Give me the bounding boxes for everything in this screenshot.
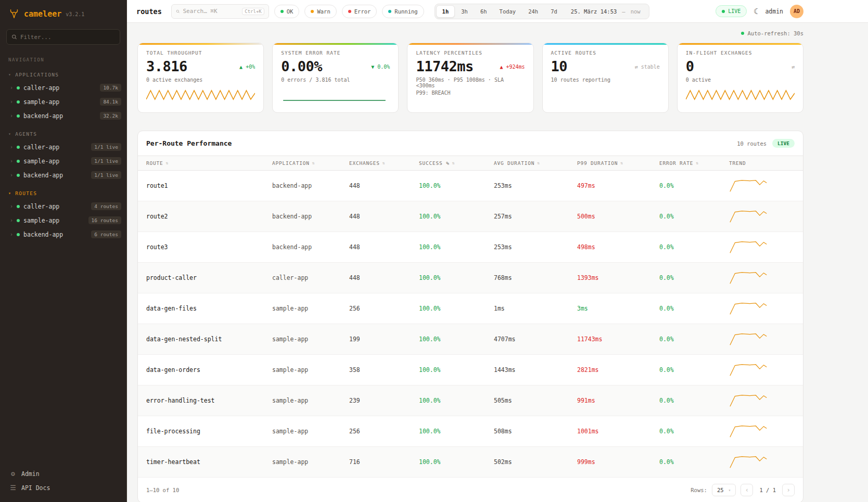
status-dot (17, 114, 20, 118)
stat-cards: TOTAL THROUGHPUT 3.816 ▲ +0% 0 active ex… (137, 43, 803, 113)
trend-sparkline (729, 271, 769, 285)
filter-pill-running[interactable]: Running (382, 5, 424, 18)
cell-application: backend-app (264, 236, 341, 259)
section-header-routes[interactable]: ▾ ROUTES (0, 188, 126, 199)
card-subtext: 10 routes reporting (551, 77, 660, 83)
sidebar-section-routes: ▾ ROUTES › caller-app 4 routes › sample-… (0, 188, 126, 241)
time-range-6h[interactable]: 6h (474, 5, 493, 18)
sidebar-item-agent-caller-app[interactable]: › caller-app 1/1 live (0, 140, 126, 154)
sidebar-item-app-caller-app[interactable]: › caller-app 10.7k (0, 81, 126, 95)
sidebar-item-route-backend-app[interactable]: › backend-app 6 routes (0, 227, 126, 241)
card-subtext: 0 active (686, 77, 795, 83)
time-range-1h[interactable]: 1h (436, 5, 455, 18)
section-header-applications[interactable]: ▾ APPLICATIONS (0, 70, 126, 81)
sidebar-item-app-backend-app[interactable]: › backend-app 32.2k (0, 109, 126, 123)
time-range-today[interactable]: Today (493, 5, 522, 18)
delta-text: +0% (246, 64, 255, 70)
warn-status-dot (311, 10, 314, 13)
table-header-row: ROUTE⇅ APPLICATION⇅ EXCHANGES⇅ SUCCESS %… (138, 156, 803, 171)
cell-avg-duration: 1ms (486, 297, 569, 320)
sidebar-item-route-caller-app[interactable]: › caller-app 4 routes (0, 199, 126, 213)
per-route-panel: Per-Route Performance 10 routes LIVE ROU… (137, 131, 803, 502)
column-header-success[interactable]: SUCCESS %⇅ (411, 156, 486, 170)
filter-pill-warn[interactable]: Warn (304, 5, 336, 18)
table-body: route1 backend-app 448 100.0% 253ms 497m… (138, 171, 803, 478)
sidebar-filter[interactable] (6, 29, 120, 45)
cell-route: product-caller (138, 266, 264, 289)
time-range-3h[interactable]: 3h (455, 5, 474, 18)
chevron-right-icon: › (10, 231, 13, 237)
cameleer-logo-icon (8, 8, 20, 20)
sidebar-filter-input[interactable] (20, 34, 115, 41)
column-header-p99-duration[interactable]: P99 DURATION⇅ (569, 156, 651, 170)
caret-down-icon: ▾ (8, 72, 11, 77)
time-range-7d[interactable]: 7d (544, 5, 564, 18)
cell-exchanges: 256 (341, 420, 411, 443)
table-row-error-handling-test[interactable]: error-handling-test sample-app 239 100.0… (138, 385, 803, 416)
cell-route: route1 (138, 174, 264, 197)
search-input[interactable] (183, 8, 239, 15)
cell-p99-duration: 991ms (569, 389, 651, 412)
cell-avg-duration: 502ms (486, 450, 569, 473)
filter-label: Running (394, 8, 417, 15)
table-row-product-caller[interactable]: product-caller caller-app 448 100.0% 768… (138, 263, 803, 293)
column-header-avg-duration[interactable]: AVG DURATION⇅ (486, 156, 569, 170)
filter-pill-ok[interactable]: OK (274, 5, 300, 18)
card-subtext-2: P99: BREACH (416, 90, 525, 96)
search-box[interactable]: Ctrl+K (171, 4, 269, 19)
cell-error-rate: 0.0% (651, 236, 721, 259)
table-row-timer-heartbeat[interactable]: timer-heartbeat sample-app 716 100.0% 50… (138, 447, 803, 478)
item-label: caller-app (23, 144, 87, 151)
date-to: now (631, 8, 641, 15)
cell-error-rate: 0.0% (651, 174, 721, 197)
sidebar-item-agent-sample-app[interactable]: › sample-app 1/1 live (0, 154, 126, 168)
column-header-application[interactable]: APPLICATION⇅ (264, 156, 341, 170)
date-separator: — (622, 8, 625, 15)
card-title: ACTIVE ROUTES (551, 50, 660, 56)
next-page-button[interactable]: › (782, 484, 795, 496)
avatar[interactable]: AD (790, 5, 803, 18)
card-active-routes: ACTIVE ROUTES 10 ⇄ stable 10 routes repo… (542, 43, 669, 113)
sidebar-item-agent-backend-app[interactable]: › backend-app 1/1 live (0, 168, 126, 182)
column-header-trend: TREND (721, 156, 803, 170)
sidebar-item-app-sample-app[interactable]: › sample-app 84.1k (0, 95, 126, 109)
column-header-exchanges[interactable]: EXCHANGES⇅ (341, 156, 411, 170)
prev-page-button[interactable]: ‹ (741, 484, 753, 496)
status-dot (17, 146, 20, 149)
sidebar-item-route-sample-app[interactable]: › sample-app 16 routes (0, 213, 126, 227)
table-row-route2[interactable]: route2 backend-app 448 100.0% 257ms 500m… (138, 201, 803, 232)
table-row-data-gen-nested-split[interactable]: data-gen-nested-split sample-app 199 100… (138, 324, 803, 355)
column-label: EXCHANGES (349, 160, 380, 166)
throughput-sparkline (146, 87, 255, 104)
topbar: routes Ctrl+K OK Warn Error Running 1h (127, 0, 868, 23)
cell-exchanges: 358 (341, 358, 411, 381)
section-header-agents[interactable]: ▾ AGENTS (0, 129, 126, 140)
caret-down-icon: ▾ (8, 191, 11, 196)
sidebar-item-api-docs[interactable]: ☰ API Docs (9, 484, 117, 492)
pagination-controls: Rows: 25 ▾ ‹ 1 / 1 › (691, 484, 795, 496)
column-header-route[interactable]: ROUTE⇅ (138, 156, 264, 170)
cell-error-rate: 0.0% (651, 297, 721, 320)
live-label: LIVE (728, 8, 741, 14)
live-toggle[interactable]: LIVE (716, 5, 747, 17)
card-title: TOTAL THROUGHPUT (146, 50, 255, 56)
cell-p99-duration: 500ms (569, 205, 651, 228)
table-row-route3[interactable]: route3 backend-app 448 100.0% 253ms 498m… (138, 232, 803, 263)
sidebar-item-admin[interactable]: ⚙ Admin (9, 470, 117, 478)
filter-pill-error[interactable]: Error (342, 5, 377, 18)
time-range-24h[interactable]: 24h (522, 5, 544, 18)
table-row-file-processing[interactable]: file-processing sample-app 256 100.0% 50… (138, 416, 803, 447)
cell-p99-duration: 999ms (569, 450, 651, 473)
column-label: TREND (729, 160, 746, 166)
card-title: SYSTEM ERROR RATE (281, 50, 390, 56)
column-header-error-rate[interactable]: ERROR RATE⇅ (651, 156, 721, 170)
dark-mode-toggle[interactable]: ☾ (754, 7, 758, 16)
table-row-data-gen-files[interactable]: data-gen-files sample-app 256 100.0% 1ms… (138, 293, 803, 324)
cell-route: error-handling-test (138, 389, 264, 412)
table-row-route1[interactable]: route1 backend-app 448 100.0% 253ms 497m… (138, 171, 803, 201)
date-range-display[interactable]: 25. März 14:53 — now (564, 8, 648, 15)
rows-per-page-select[interactable]: 25 ▾ (712, 484, 736, 496)
auto-refresh-label: Auto-refresh: 30s (748, 30, 803, 36)
live-badge: LIVE (772, 139, 795, 148)
table-row-data-gen-orders[interactable]: data-gen-orders sample-app 358 100.0% 14… (138, 355, 803, 385)
